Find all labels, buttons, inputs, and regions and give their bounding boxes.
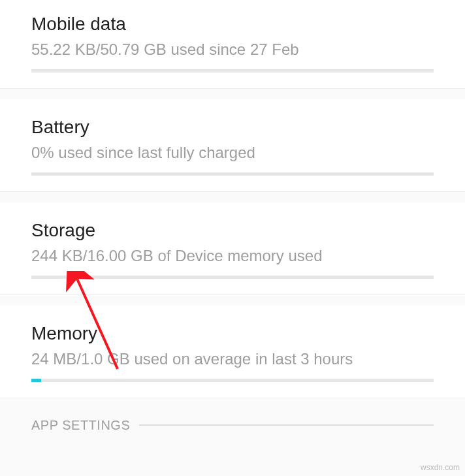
storage-progress <box>31 276 434 279</box>
storage-row[interactable]: Storage 244 KB/16.00 GB of Device memory… <box>0 202 465 295</box>
mobile-data-title: Mobile data <box>31 13 434 35</box>
divider-gap <box>0 192 465 202</box>
battery-row[interactable]: Battery 0% used since last fully charged <box>0 99 465 192</box>
memory-row[interactable]: Memory 24 MB/1.0 GB used on average in l… <box>0 306 465 398</box>
battery-title: Battery <box>31 116 434 138</box>
mobile-data-progress <box>31 69 434 72</box>
mobile-data-subtitle: 55.22 KB/50.79 GB used since 27 Feb <box>31 39 434 60</box>
memory-title: Memory <box>31 323 434 345</box>
watermark-text: wsxdn.com <box>421 463 460 472</box>
app-settings-header: APP SETTINGS <box>0 398 465 441</box>
mobile-data-row[interactable]: Mobile data 55.22 KB/50.79 GB used since… <box>0 0 465 89</box>
battery-progress <box>31 172 434 176</box>
memory-progress <box>31 379 434 382</box>
storage-subtitle: 244 KB/16.00 GB of Device memory used <box>31 246 434 266</box>
memory-subtitle: 24 MB/1.0 GB used on average in last 3 h… <box>31 349 434 370</box>
divider-gap <box>0 295 465 306</box>
memory-progress-fill <box>31 379 41 382</box>
divider-gap <box>0 89 465 99</box>
app-settings-divider-line <box>139 424 434 426</box>
battery-subtitle: 0% used since last fully charged <box>31 142 434 163</box>
storage-title: Storage <box>31 219 434 242</box>
app-settings-label: APP SETTINGS <box>31 418 130 433</box>
